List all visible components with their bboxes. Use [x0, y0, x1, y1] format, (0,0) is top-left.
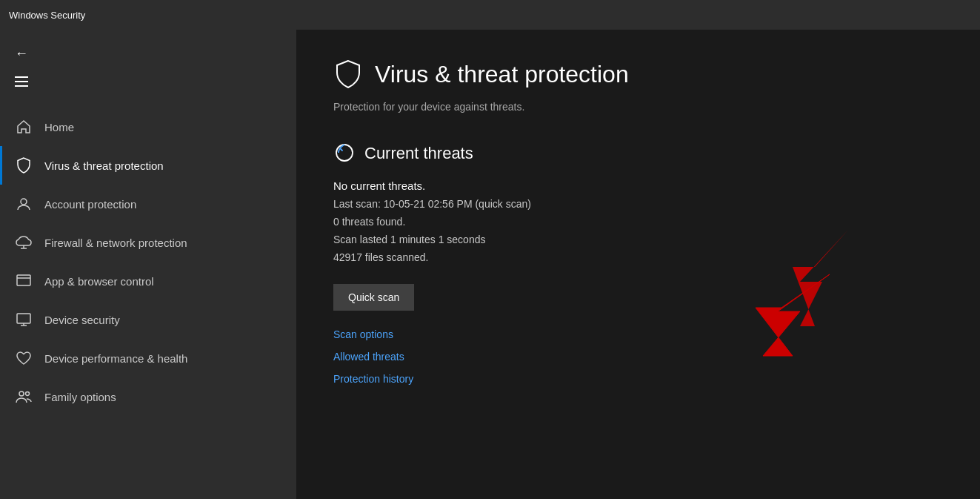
sidebar-label-device-health: Device performance & health	[44, 352, 187, 365]
main-content: Virus & threat protection Protection for…	[296, 30, 980, 425]
page-title: Virus & threat protection	[375, 61, 629, 88]
page-subtitle: Protection for your device against threa…	[333, 101, 943, 113]
hamburger-icon	[15, 76, 28, 87]
page-header: Virus & threat protection	[333, 59, 943, 89]
svg-rect-1	[17, 275, 30, 285]
no-threats-text: No current threats.	[333, 179, 943, 192]
sidebar-item-home[interactable]: Home	[0, 108, 296, 146]
app-body: ← Home	[0, 30, 980, 499]
back-icon: ←	[15, 46, 28, 62]
files-scanned-text: 42917 files scanned.	[333, 251, 943, 263]
virus-shield-icon	[15, 156, 33, 174]
device-health-icon	[15, 349, 33, 367]
current-threats-header: Current threats	[333, 142, 943, 165]
last-scan-text: Last scan: 10-05-21 02:56 PM (quick scan…	[333, 198, 943, 210]
sidebar: ← Home	[0, 30, 296, 499]
home-icon	[15, 118, 33, 136]
firewall-icon	[15, 234, 33, 251]
hamburger-button[interactable]	[0, 69, 296, 94]
back-button[interactable]: ←	[0, 39, 296, 69]
section-title: Current threats	[364, 144, 473, 163]
device-security-icon	[15, 311, 33, 328]
svg-point-4	[26, 392, 30, 396]
sidebar-item-family[interactable]: Family options	[0, 377, 296, 416]
current-threats-icon	[333, 142, 356, 165]
allowed-threats-link[interactable]: Allowed threats	[333, 351, 943, 363]
sidebar-label-device-security: Device security	[44, 314, 120, 326]
title-bar-text: Windows Security	[9, 10, 85, 21]
scan-duration-text: Scan lasted 1 minutes 1 seconds	[333, 234, 943, 245]
page-header-icon	[333, 59, 363, 89]
svg-rect-2	[17, 314, 30, 323]
app-browser-icon	[15, 272, 33, 290]
threats-found-text: 0 threats found.	[333, 216, 943, 228]
account-icon	[15, 195, 33, 213]
quick-scan-button[interactable]: Quick scan	[333, 284, 414, 311]
sidebar-item-virus[interactable]: Virus & threat protection	[0, 146, 296, 185]
sidebar-nav: Home Virus & threat protection	[0, 108, 296, 416]
sidebar-item-device-health[interactable]: Device performance & health	[0, 339, 296, 377]
sidebar-label-virus: Virus & threat protection	[44, 159, 164, 172]
sidebar-item-app-browser[interactable]: App & browser control	[0, 262, 296, 300]
svg-point-3	[19, 391, 24, 396]
sidebar-label-account: Account protection	[44, 198, 136, 211]
svg-point-0	[21, 199, 27, 205]
sidebar-item-firewall[interactable]: Firewall & network protection	[0, 223, 296, 262]
sidebar-label-home: Home	[44, 121, 74, 133]
sidebar-item-device-security[interactable]: Device security	[0, 300, 296, 339]
protection-history-link[interactable]: Protection history	[333, 373, 943, 385]
title-bar: Windows Security	[0, 0, 980, 30]
sidebar-top: ←	[0, 30, 296, 100]
sidebar-label-family: Family options	[44, 391, 116, 403]
sidebar-label-app-browser: App & browser control	[44, 275, 154, 288]
family-icon	[15, 388, 33, 406]
sidebar-item-account[interactable]: Account protection	[0, 185, 296, 223]
scan-options-link[interactable]: Scan options	[333, 328, 943, 340]
sidebar-label-firewall: Firewall & network protection	[44, 237, 187, 249]
